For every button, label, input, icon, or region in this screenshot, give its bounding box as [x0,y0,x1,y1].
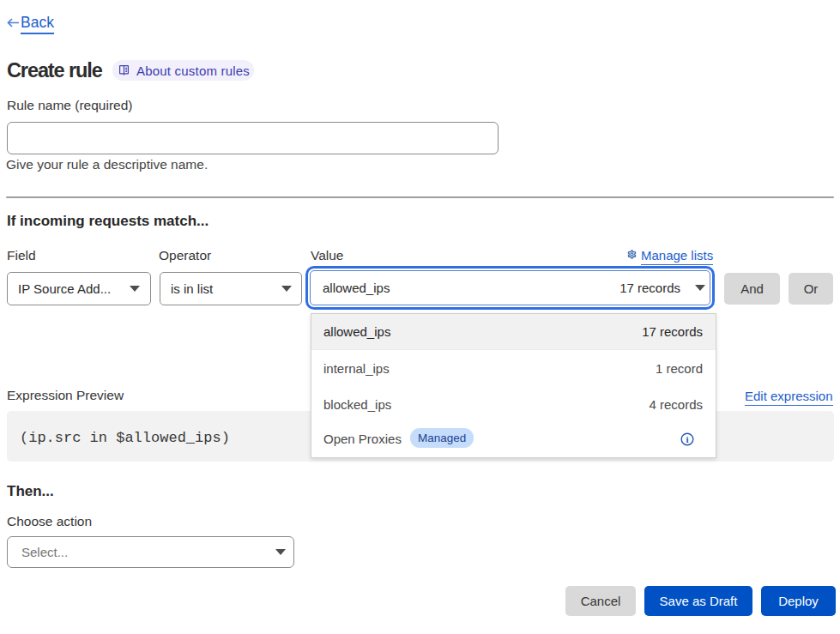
svg-text:i: i [686,433,688,444]
